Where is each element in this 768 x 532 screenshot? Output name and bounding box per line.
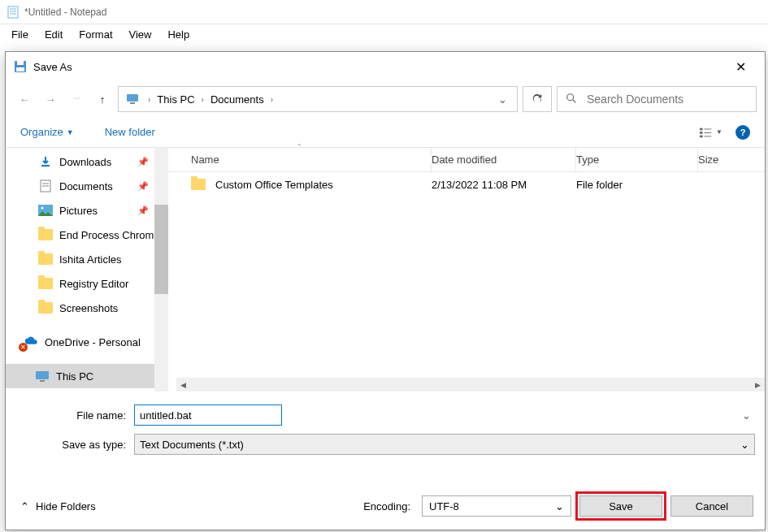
svg-point-9 — [567, 93, 574, 100]
document-icon — [38, 179, 53, 193]
file-date: 2/13/2022 11:08 PM — [432, 179, 576, 191]
svg-rect-0 — [8, 6, 18, 18]
svg-point-21 — [41, 207, 44, 210]
svg-rect-5 — [17, 61, 24, 65]
tree-item-documents[interactable]: Documents 📌 — [6, 174, 168, 198]
menu-file[interactable]: File — [3, 27, 37, 42]
save-type-label: Save as type: — [15, 439, 134, 451]
folder-icon — [191, 179, 206, 190]
dialog-titlebar: Save As ✕ — [6, 52, 765, 81]
filename-input[interactable] — [134, 404, 282, 426]
chevron-down-icon: ⌄ — [740, 439, 749, 451]
search-box[interactable] — [557, 86, 757, 112]
close-button[interactable]: ✕ — [724, 54, 757, 79]
column-date[interactable]: Date modified — [432, 148, 576, 171]
help-button[interactable]: ? — [735, 125, 750, 140]
notepad-icon — [7, 6, 20, 19]
svg-line-10 — [573, 99, 576, 102]
menu-edit[interactable]: Edit — [37, 27, 71, 42]
notepad-title: *Untitled - Notepad — [24, 6, 106, 18]
encoding-select[interactable]: UTF-8 ⌄ — [422, 495, 571, 517]
file-list-panel: Name⌃ Date modified Type Size Custom Off… — [168, 148, 765, 391]
save-type-select[interactable]: Text Documents (*.txt) ⌄ — [134, 434, 755, 455]
new-folder-button[interactable]: New folder — [105, 126, 155, 138]
save-as-dialog: Save As ✕ ← → ﹀ ↑ › This PC › Documents … — [5, 51, 766, 530]
save-button[interactable]: Save — [579, 495, 662, 517]
svg-rect-22 — [36, 371, 49, 379]
file-type: File folder — [576, 179, 698, 191]
error-badge-icon: ✕ — [19, 343, 28, 352]
svg-rect-6 — [16, 67, 24, 71]
body-area: Downloads 📌 Documents 📌 Pictures 📌 End P… — [6, 148, 765, 391]
scroll-left-icon[interactable]: ◀ — [176, 381, 190, 389]
tree-item-end-process[interactable]: End Process Chrom — [6, 223, 168, 247]
column-size[interactable]: Size — [698, 154, 747, 166]
view-icon — [700, 127, 713, 138]
breadcrumb-documents[interactable]: Documents — [209, 93, 266, 106]
address-dropdown-icon[interactable]: ⌄ — [492, 93, 514, 106]
svg-rect-12 — [700, 132, 703, 134]
tree-label: Registry Editor — [59, 278, 128, 290]
search-input[interactable] — [587, 93, 748, 106]
folder-icon — [38, 227, 53, 242]
tree-label: This PC — [56, 370, 93, 383]
view-options-button[interactable]: ▼ — [700, 127, 722, 138]
chevron-down-icon: ▼ — [67, 128, 74, 136]
chevron-right-icon: › — [197, 95, 209, 104]
breadcrumb-this-pc[interactable]: This PC — [155, 93, 196, 106]
pc-icon — [35, 369, 50, 383]
hide-folders-label: Hide Folders — [36, 500, 96, 513]
notepad-titlebar: *Untitled - Notepad — [0, 0, 768, 24]
menu-format[interactable]: Format — [71, 27, 120, 42]
toolbar-row: Organize▼ New folder ▼ ? — [6, 117, 765, 148]
file-row[interactable]: Custom Office Templates 2/13/2022 11:08 … — [168, 172, 765, 197]
address-bar[interactable]: › This PC › Documents › ⌄ — [118, 86, 518, 112]
tree-label: Screenshots — [59, 302, 118, 314]
chevron-up-icon: ⌃ — [20, 500, 29, 513]
tree-item-ishita[interactable]: Ishita Articles — [6, 247, 168, 271]
menu-help[interactable]: Help — [159, 27, 197, 42]
tree-item-screenshots[interactable]: Screenshots — [6, 296, 168, 320]
sort-asc-icon: ⌃ — [297, 143, 302, 150]
tree-label: End Process Chrom — [59, 229, 154, 241]
chevron-down-icon[interactable]: ⌄ — [737, 404, 755, 426]
tree-item-registry[interactable]: Registry Editor — [6, 271, 168, 296]
folder-icon — [38, 301, 53, 315]
tree-item-pictures[interactable]: Pictures 📌 — [6, 198, 168, 223]
menu-view[interactable]: View — [121, 27, 160, 42]
footer-area: ⌃ Hide Folders Encoding: UTF-8 ⌄ Save Ca… — [6, 482, 765, 530]
svg-rect-8 — [130, 102, 135, 104]
column-type[interactable]: Type — [576, 148, 698, 171]
recent-dropdown[interactable]: ﹀ — [66, 89, 87, 110]
encoding-label: Encoding: — [363, 500, 410, 513]
chevron-right-icon: › — [266, 95, 278, 104]
list-hscrollbar[interactable]: ◀ ▶ — [176, 378, 765, 391]
tree-item-downloads[interactable]: Downloads 📌 — [6, 149, 168, 174]
pin-icon: 📌 — [137, 157, 149, 167]
tree-label: Pictures — [59, 205, 98, 217]
svg-rect-11 — [700, 128, 703, 130]
chevron-down-icon: ⌄ — [555, 500, 564, 513]
scroll-right-icon[interactable]: ▶ — [751, 381, 765, 389]
up-button[interactable]: ↑ — [92, 89, 113, 110]
cancel-button[interactable]: Cancel — [670, 495, 753, 517]
download-icon — [38, 154, 53, 169]
back-button[interactable]: ← — [14, 89, 35, 110]
tree-item-onedrive[interactable]: ✕ OneDrive - Personal — [6, 330, 168, 354]
navigation-tree: Downloads 📌 Documents 📌 Pictures 📌 End P… — [6, 148, 168, 391]
column-name[interactable]: Name⌃ — [168, 148, 432, 171]
form-area: File name: ⌄ Save as type: Text Document… — [6, 391, 765, 455]
organize-button[interactable]: Organize▼ — [20, 126, 74, 138]
filename-label: File name: — [15, 409, 134, 422]
hide-folders-button[interactable]: ⌃ Hide Folders — [20, 500, 96, 513]
pictures-icon — [38, 203, 53, 218]
tree-label: Ishita Articles — [59, 253, 122, 266]
search-icon — [566, 93, 577, 106]
tree-item-this-pc[interactable]: This PC — [6, 364, 168, 388]
refresh-button[interactable] — [523, 86, 552, 112]
forward-button[interactable]: → — [40, 89, 61, 110]
onedrive-icon: ✕ — [24, 335, 38, 349]
chevron-down-icon: ▼ — [716, 128, 722, 136]
tree-scrollbar-thumb[interactable] — [154, 205, 168, 294]
tree-label: Downloads — [59, 156, 111, 168]
